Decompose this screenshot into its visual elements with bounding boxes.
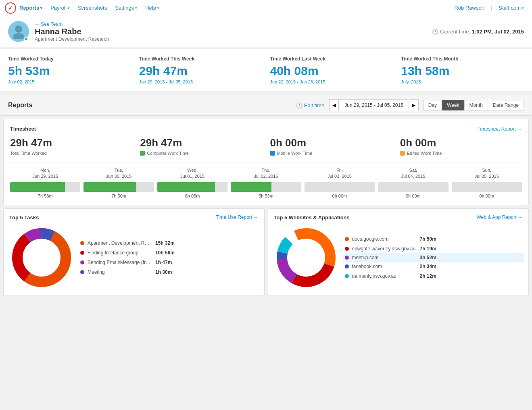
next-period-button[interactable]: ▶ xyxy=(409,99,419,111)
green-legend-dot xyxy=(140,151,145,156)
timesheet-mobile: 0h 00m Mobile Work Time xyxy=(270,137,392,156)
view-week-button[interactable]: Week xyxy=(442,100,464,110)
site-dot xyxy=(345,256,349,260)
stat-week-value: 29h 47m xyxy=(139,64,262,78)
avatar-icon xyxy=(11,24,26,39)
reports-title: Reports xyxy=(8,102,291,109)
day-bar-fill xyxy=(157,182,215,192)
daily-grid: Mon,Jun 29, 2015 7h 58m Tue,Jun 30, 2015… xyxy=(10,162,522,198)
site-name: facebook.com xyxy=(352,264,417,269)
view-daterange-button[interactable]: Date Range xyxy=(488,100,524,110)
site-time: 3h 52m xyxy=(420,255,436,260)
nav-help[interactable]: Help ▾ xyxy=(142,5,163,11)
task-time: 15h 32m xyxy=(155,240,175,246)
site-name: meetup.com xyxy=(352,255,417,260)
day-time: 7h 58m xyxy=(10,194,80,198)
svg-point-12 xyxy=(289,241,323,275)
clock-icon: 🕐 xyxy=(296,102,303,108)
edited-label: Edited Work Time xyxy=(400,151,522,156)
nav-settings[interactable]: Settings ▾ xyxy=(112,5,140,11)
stat-last-week-date: Jun 22, 2015 - Jun 28, 2015 xyxy=(270,79,393,84)
view-month-button[interactable]: Month xyxy=(464,100,488,110)
stat-month: Time Worked This Month 13h 58m July, 201… xyxy=(401,56,524,84)
logo: ✓ xyxy=(5,2,16,14)
day-time: 8h 05m xyxy=(157,194,227,198)
task-dot xyxy=(80,260,84,264)
nav-user[interactable]: Rob Rawson xyxy=(451,5,487,11)
task-time: 10h 56m xyxy=(155,250,175,256)
timesheet-total: 29h 47m Total Time Worked xyxy=(10,137,132,156)
stat-month-value: 13h 58m xyxy=(401,64,524,78)
yellow-legend-dot xyxy=(400,151,405,156)
site-time: 2h 34m xyxy=(420,264,436,269)
nav-company[interactable]: Staff.com ▾ xyxy=(495,5,527,11)
day-header: Sat,Jul 04, 2015 xyxy=(378,167,448,180)
site-name: epwgate.waverley.nsw.gov.au xyxy=(352,246,417,252)
date-navigator: ◀ Jun 29, 2015 - Jul 05, 2015 ▶ xyxy=(329,99,418,111)
view-day-button[interactable]: Day xyxy=(423,100,442,110)
site-name: da.manly.nsw.gov.au xyxy=(352,273,417,279)
time-use-report-link[interactable]: Time Use Report → xyxy=(216,214,259,220)
chevron-down-icon: ▾ xyxy=(40,6,42,10)
web-app-report-link[interactable]: Web & App Report → xyxy=(476,214,523,220)
nav-payroll[interactable]: Payroll ▾ xyxy=(47,5,73,11)
site-name: docs.google.com xyxy=(352,236,417,242)
bottom-panels: Top 5 Tasks Time Use Report → Apartment … xyxy=(3,208,529,296)
day-bar-fill xyxy=(83,182,136,192)
clock-icon: 🕐 xyxy=(432,29,438,35)
day-column-1: Tue,Jun 30, 2015 7h 50m xyxy=(83,167,154,198)
avatar xyxy=(8,21,29,42)
chevron-down-icon: ▾ xyxy=(157,6,159,10)
timesheet-report-link[interactable]: Timesheet Report → xyxy=(478,126,522,132)
task-list: Apartment Development Rese... 15h 32m Fi… xyxy=(80,238,259,277)
nav-screenshots[interactable]: Screenshots xyxy=(75,5,110,11)
site-dot xyxy=(345,264,349,268)
timesheet-stats: 29h 47m Total Time Worked 29h 47m Comput… xyxy=(10,137,522,156)
task-time: 1h 47m xyxy=(155,260,172,265)
nav-reports[interactable]: Reports ▾ xyxy=(16,5,46,11)
day-column-2: Wed,Jul 01, 2015 8h 05m xyxy=(157,167,227,198)
websites-donut-chart xyxy=(274,225,338,290)
site-time: 7h 19m xyxy=(420,246,436,252)
website-item-4: da.manly.nsw.gov.au 2h 12m xyxy=(345,271,523,281)
top-tasks-title: Top 5 Tasks xyxy=(9,214,39,221)
day-bar-container xyxy=(83,182,154,192)
chevron-down-icon: ▾ xyxy=(68,6,70,10)
svg-point-1 xyxy=(13,33,24,39)
stat-last-week-label: Time Worked Last Week xyxy=(270,56,393,62)
day-time: 5h 53m xyxy=(231,194,301,198)
reports-header: Reports 🕐 Edit time ◀ Jun 29, 2015 - Jul… xyxy=(0,95,532,116)
date-range-display: Jun 29, 2015 - Jul 05, 2015 xyxy=(340,99,408,111)
day-bar-container xyxy=(305,182,375,192)
task-item-2: Sending Email/Message (freel... 1h 47m xyxy=(80,258,259,267)
day-bar-fill xyxy=(10,182,65,192)
timesheet-title: Timesheet xyxy=(10,126,36,132)
site-dot xyxy=(345,247,349,251)
svg-point-0 xyxy=(15,25,22,33)
day-time: 7h 50m xyxy=(83,194,154,198)
day-bar-container xyxy=(378,182,448,192)
stat-today-date: July 02, 2015 xyxy=(8,79,131,84)
prev-period-button[interactable]: ◀ xyxy=(329,99,339,111)
task-name: Finding freelance group xyxy=(88,250,152,256)
see-team-link[interactable]: ← See Team xyxy=(35,21,109,27)
stat-today: Time Worked Today 5h 53m July 02, 2015 xyxy=(8,56,131,84)
current-time: 🕐 Current time: 1:02 PM, Jul 02, 2015 xyxy=(432,29,524,35)
day-column-6: Sun,Jul 05, 2015 0h 00m xyxy=(452,167,522,198)
nav-right: Rob Rawson | Staff.com ▾ xyxy=(451,5,527,11)
website-item-2: meetup.com 3h 52m xyxy=(343,253,525,262)
day-column-4: Fri,Jul 03, 2015 0h 00m xyxy=(305,167,375,198)
task-name: Sending Email/Message (freel... xyxy=(88,260,152,265)
day-time: 0h 00m xyxy=(452,194,522,198)
stat-last-week-value: 40h 08m xyxy=(270,64,393,78)
day-header: Tue,Jun 30, 2015 xyxy=(83,167,154,180)
computer-label: Computer Work Time xyxy=(140,151,262,156)
site-time: 2h 12m xyxy=(420,273,436,279)
edit-time-button[interactable]: 🕐 Edit time xyxy=(296,102,325,108)
day-header: Thu,Jul 02, 2015 xyxy=(231,167,301,180)
day-time: 0h 00m xyxy=(305,194,375,198)
day-column-3: Thu,Jul 02, 2015 5h 53m xyxy=(231,167,301,198)
svg-point-6 xyxy=(25,241,58,275)
website-item-1: epwgate.waverley.nsw.gov.au 7h 19m xyxy=(345,244,523,254)
profile-section: ← See Team Hanna Rabe Apartment Developm… xyxy=(0,16,532,47)
